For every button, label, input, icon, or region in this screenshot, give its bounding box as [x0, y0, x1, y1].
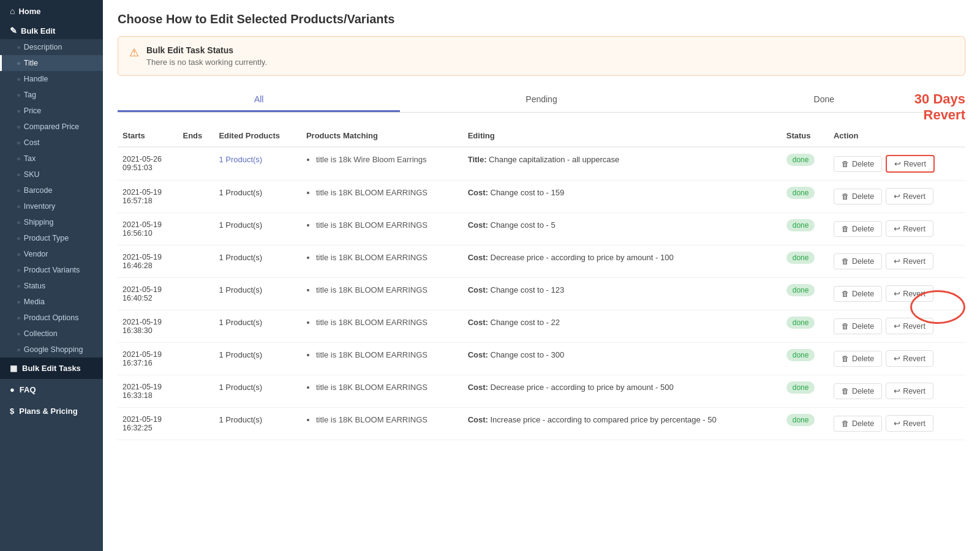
- delete-button[interactable]: 🗑 Delete: [834, 156, 882, 172]
- cell-products-matching: title is 18K BLOOM EARRINGS: [301, 343, 463, 375]
- status-badge: done: [786, 349, 815, 361]
- tasks-table: StartsEndsEdited ProductsProducts Matchi…: [118, 125, 965, 440]
- revert-button[interactable]: ↩ Revert: [886, 383, 933, 399]
- dot-icon: ○: [17, 61, 20, 66]
- sidebar-item-barcode[interactable]: ○Barcode: [0, 182, 103, 198]
- cell-action: 🗑 Delete↩ Revert: [829, 343, 965, 375]
- status-badge: done: [786, 154, 815, 166]
- sidebar-item-title[interactable]: ○Title: [0, 55, 103, 71]
- status-banner-title: Bulk Edit Task Status: [146, 45, 267, 55]
- home-icon: ⌂: [10, 6, 15, 16]
- tab-pending[interactable]: Pending: [400, 88, 682, 112]
- sidebar-item-media[interactable]: ○Media: [0, 294, 103, 310]
- revert-button[interactable]: ↩ Revert: [886, 188, 933, 204]
- sidebar-item-handle[interactable]: ○Handle: [0, 71, 103, 87]
- cell-products-matching: title is 18K BLOOM EARRINGS: [301, 408, 463, 440]
- days-revert-annotation: 30 Days Revert: [914, 91, 965, 124]
- sidebar-item-tax[interactable]: ○Tax: [0, 151, 103, 167]
- question-icon: ●: [10, 385, 15, 394]
- status-badge: done: [786, 317, 815, 329]
- delete-button[interactable]: 🗑 Delete: [834, 286, 882, 302]
- tab-all[interactable]: All: [118, 88, 400, 112]
- cell-action: 🗑 Delete↩ Revert: [829, 147, 965, 181]
- cell-products-matching: title is 18K BLOOM EARRINGS: [301, 310, 463, 343]
- sidebar-item-collection[interactable]: ○Collection: [0, 326, 103, 342]
- revert-button[interactable]: ↩ Revert: [886, 220, 933, 237]
- col-header-action: Action: [829, 125, 965, 147]
- revert-button[interactable]: ↩ Revert: [886, 318, 933, 334]
- sidebar-item-product-variants[interactable]: ○Product Variants: [0, 262, 103, 278]
- cell-products-matching: title is 18K BLOOM EARRINGS: [301, 246, 463, 278]
- sidebar-item-sku[interactable]: ○SKU: [0, 167, 103, 182]
- cell-edited-products[interactable]: 1 Product(s): [214, 147, 301, 181]
- tabs: AllPendingDone: [118, 88, 965, 113]
- sidebar-item-cost[interactable]: ○Cost: [0, 135, 103, 151]
- revert-button[interactable]: ↩ Revert: [886, 285, 933, 302]
- cell-edited-products: 1 Product(s): [214, 181, 301, 213]
- trash-icon: 🗑: [842, 225, 850, 233]
- dot-icon: ○: [17, 268, 20, 273]
- sidebar-plans-pricing[interactable]: $ Plans & Pricing: [0, 400, 103, 422]
- revert-icon: ↩: [894, 386, 900, 395]
- cell-ends: [178, 375, 214, 408]
- status-banner-message: There is no task working currently.: [146, 58, 267, 67]
- status-badge: done: [786, 187, 815, 199]
- cell-edited-products: 1 Product(s): [214, 343, 301, 375]
- sidebar-item-product-options[interactable]: ○Product Options: [0, 310, 103, 326]
- table-row: 2021-05-19 16:46:281 Product(s)title is …: [118, 246, 965, 278]
- edit-icon: ✎: [10, 26, 17, 36]
- delete-button[interactable]: 🗑 Delete: [834, 221, 882, 237]
- sidebar-bulk-edit[interactable]: ✎ Bulk Edit: [0, 20, 103, 39]
- cell-action: 🗑 Delete↩ Revert: [829, 310, 965, 343]
- sidebar-item-price[interactable]: ○Price: [0, 103, 103, 119]
- sidebar-item-compared-price[interactable]: ○Compared Price: [0, 119, 103, 135]
- sidebar-item-tag[interactable]: ○Tag: [0, 87, 103, 103]
- table-container: 30 Days Revert StartsEndsEdited Products…: [118, 125, 965, 440]
- cell-edited-products: 1 Product(s): [214, 408, 301, 440]
- cell-products-matching: title is 18K BLOOM EARRINGS: [301, 181, 463, 213]
- sidebar-item-product-type[interactable]: ○Product Type: [0, 230, 103, 246]
- sidebar-faq[interactable]: ● FAQ: [0, 379, 103, 400]
- dot-icon: ○: [17, 252, 20, 257]
- delete-button[interactable]: 🗑 Delete: [834, 416, 882, 432]
- delete-button[interactable]: 🗑 Delete: [834, 253, 882, 269]
- sidebar-item-shipping[interactable]: ○Shipping: [0, 214, 103, 230]
- sidebar-home[interactable]: ⌂ Home: [0, 0, 103, 20]
- revert-button[interactable]: ↩ Revert: [886, 415, 933, 432]
- sidebar-item-status[interactable]: ○Status: [0, 278, 103, 294]
- dot-icon: ○: [17, 140, 20, 146]
- delete-button[interactable]: 🗑 Delete: [834, 318, 882, 334]
- dollar-icon: $: [10, 407, 14, 416]
- sidebar-bulk-edit-tasks[interactable]: ▦ Bulk Edit Tasks: [0, 358, 103, 379]
- product-link[interactable]: 1 Product(s): [219, 155, 262, 164]
- cell-action: 🗑 Delete↩ Revert: [829, 375, 965, 408]
- revert-button[interactable]: ↩ Revert: [886, 155, 935, 173]
- sidebar-item-description[interactable]: ○Description: [0, 39, 103, 55]
- status-badge: done: [786, 381, 815, 394]
- dot-icon: ○: [17, 236, 20, 241]
- cell-status: done: [782, 310, 829, 343]
- cell-ends: [178, 310, 214, 343]
- cell-status: done: [782, 408, 829, 440]
- delete-button[interactable]: 🗑 Delete: [834, 189, 882, 204]
- cell-ends: [178, 343, 214, 375]
- cell-edited-products: 1 Product(s): [214, 375, 301, 408]
- delete-button[interactable]: 🗑 Delete: [834, 383, 882, 399]
- dot-icon: ○: [17, 299, 20, 305]
- table-icon: ▦: [10, 364, 17, 373]
- delete-button[interactable]: 🗑 Delete: [834, 351, 882, 367]
- cell-editing: Cost: Change cost to - 5: [463, 213, 782, 246]
- table-row: 2021-05-19 16:56:101 Product(s)title is …: [118, 213, 965, 246]
- sidebar-item-vendor[interactable]: ○Vendor: [0, 246, 103, 262]
- revert-button[interactable]: ↩ Revert: [886, 350, 933, 367]
- cell-status: done: [782, 246, 829, 278]
- revert-button[interactable]: ↩ Revert: [886, 253, 933, 269]
- cell-editing: Title: Change capitalization - all upper…: [463, 147, 782, 181]
- col-header-ends: Ends: [178, 125, 214, 147]
- cell-action: 🗑 Delete↩ Revert: [829, 246, 965, 278]
- dot-icon: ○: [17, 45, 20, 50]
- main-content: Choose How to Edit Selected Products/Var…: [103, 0, 980, 551]
- sidebar-items: ○Description○Title○Handle○Tag○Price○Comp…: [0, 39, 103, 358]
- sidebar-item-inventory[interactable]: ○Inventory: [0, 198, 103, 214]
- sidebar-item-google-shopping[interactable]: ○Google Shopping: [0, 342, 103, 358]
